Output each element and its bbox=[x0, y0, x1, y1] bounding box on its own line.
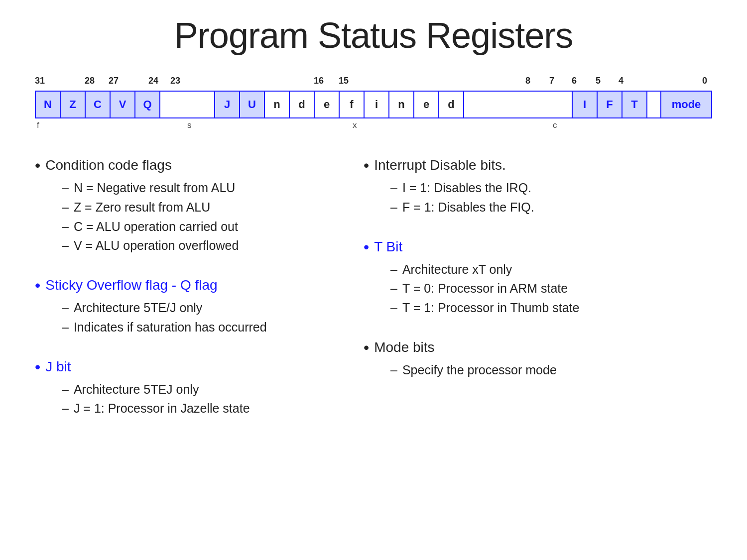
j-sub-items: – Architecture 5TEJ only – J = 1: Proces… bbox=[35, 380, 344, 419]
bit-8: 8 bbox=[525, 76, 530, 86]
bit-15: 15 bbox=[339, 76, 349, 86]
section-condition-label: Condition code flags bbox=[45, 157, 172, 173]
j-item-2: – J = 1: Processor in Jazelle state bbox=[62, 399, 344, 418]
reg-U: U bbox=[240, 92, 265, 117]
section-condition-title: • Condition code flags bbox=[35, 157, 344, 173]
section-mode-label: Mode bits bbox=[374, 339, 434, 355]
reg-n2: n bbox=[389, 92, 414, 117]
reg-F: F bbox=[598, 92, 622, 117]
reg-f1: f bbox=[340, 92, 365, 117]
section-labels: f s x c bbox=[35, 120, 712, 132]
interrupt-sub-items: – I = 1: Disables the IRQ. – F = 1: Disa… bbox=[364, 178, 712, 217]
section-f: f bbox=[37, 120, 39, 130]
bit-5: 5 bbox=[596, 76, 601, 86]
page-title: Program Status Registers bbox=[30, 15, 717, 56]
section-mode-title: • Mode bits bbox=[364, 339, 712, 355]
bit-31: 31 bbox=[35, 76, 45, 86]
reg-n1: n bbox=[265, 92, 290, 117]
sticky-sub-items: – Architecture 5TE/J only – Indicates if… bbox=[35, 298, 344, 337]
section-j-bit: • J bit – Architecture 5TEJ only – J = 1… bbox=[35, 359, 344, 419]
reg-d1: d bbox=[290, 92, 315, 117]
section-j-title: • J bit bbox=[35, 359, 344, 375]
bit-6: 6 bbox=[572, 76, 577, 86]
mode-item-1: – Specify the processor mode bbox=[390, 360, 712, 380]
reg-gap3 bbox=[647, 92, 661, 117]
section-sticky-overflow: • Sticky Overflow flag - Q flag – Archit… bbox=[35, 277, 344, 337]
reg-C: C bbox=[86, 92, 111, 117]
reg-N: N bbox=[36, 92, 61, 117]
section-condition-flags: • Condition code flags – N = Negative re… bbox=[35, 157, 344, 255]
bit-27: 27 bbox=[109, 76, 119, 86]
bit-16: 16 bbox=[314, 76, 324, 86]
bullet-dot-6: • bbox=[364, 339, 369, 355]
bit-4: 4 bbox=[619, 76, 623, 86]
bit-28: 28 bbox=[85, 76, 95, 86]
interrupt-item-F: – F = 1: Disables the FIQ. bbox=[390, 198, 712, 217]
reg-e1: e bbox=[315, 92, 340, 117]
mode-sub-items: – Specify the processor mode bbox=[364, 360, 712, 380]
bit-labels: 31 28 27 24 23 16 15 8 7 6 5 4 0 bbox=[35, 76, 712, 90]
section-s: s bbox=[187, 120, 192, 130]
bit-23: 23 bbox=[170, 76, 180, 86]
condition-item-Z: – Z = Zero result from ALU bbox=[62, 198, 344, 217]
reg-T: T bbox=[622, 92, 647, 117]
bullet-dot-3: • bbox=[35, 359, 40, 375]
section-interrupt-label: Interrupt Disable bits. bbox=[374, 157, 506, 173]
section-mode-bits: • Mode bits – Specify the processor mode bbox=[364, 339, 712, 380]
condition-item-N: – N = Negative result from ALU bbox=[62, 178, 344, 198]
right-column: • Interrupt Disable bits. – I = 1: Disab… bbox=[364, 157, 712, 440]
register-row: N Z C V Q J U n d e f i n e d I F T bbox=[35, 91, 712, 118]
bit-7: 7 bbox=[549, 76, 554, 86]
sticky-item-1: – Architecture 5TE/J only bbox=[62, 298, 344, 318]
reg-V: V bbox=[111, 92, 135, 117]
t-item-3: – T = 1: Processor in Thumb state bbox=[390, 298, 712, 318]
sticky-item-2: – Indicates if saturation has occurred bbox=[62, 318, 344, 337]
bullet-dot: • bbox=[35, 157, 40, 173]
bullet-dot-5: • bbox=[364, 239, 369, 255]
content-area: • Condition code flags – N = Negative re… bbox=[35, 157, 712, 440]
section-c: c bbox=[553, 120, 557, 130]
condition-item-V: – V = ALU operation overflowed bbox=[62, 236, 344, 255]
reg-i1: i bbox=[365, 92, 389, 117]
t-item-2: – T = 0: Processor in ARM state bbox=[390, 279, 712, 298]
bullet-dot-2: • bbox=[35, 277, 40, 293]
section-sticky-label: Sticky Overflow flag - Q flag bbox=[45, 277, 217, 293]
section-t-label: T Bit bbox=[374, 239, 402, 255]
section-j-label: J bit bbox=[45, 359, 71, 375]
section-t-title: • T Bit bbox=[364, 239, 712, 255]
interrupt-item-I: – I = 1: Disables the IRQ. bbox=[390, 178, 712, 198]
reg-I: I bbox=[573, 92, 598, 117]
section-t-bit: • T Bit – Architecture xT only – T = 0: … bbox=[364, 239, 712, 318]
reg-J: J bbox=[215, 92, 240, 117]
reg-Z: Z bbox=[61, 92, 86, 117]
t-item-1: – Architecture xT only bbox=[390, 260, 712, 279]
section-x: x bbox=[353, 120, 357, 130]
bullet-dot-4: • bbox=[364, 157, 369, 173]
reg-mode: mode bbox=[661, 92, 711, 117]
j-item-1: – Architecture 5TEJ only bbox=[62, 380, 344, 399]
section-sticky-title: • Sticky Overflow flag - Q flag bbox=[35, 277, 344, 293]
bit-0: 0 bbox=[702, 76, 707, 86]
page: Program Status Registers 31 28 27 24 23 … bbox=[0, 0, 747, 560]
condition-sub-items: – N = Negative result from ALU – Z = Zer… bbox=[35, 178, 344, 255]
section-interrupt-title: • Interrupt Disable bits. bbox=[364, 157, 712, 173]
reg-e2: e bbox=[414, 92, 439, 117]
reg-d2: d bbox=[439, 92, 464, 117]
reg-gap1 bbox=[160, 92, 215, 117]
reg-Q: Q bbox=[135, 92, 160, 117]
register-diagram: 31 28 27 24 23 16 15 8 7 6 5 4 0 N Z C V… bbox=[35, 76, 712, 132]
left-column: • Condition code flags – N = Negative re… bbox=[35, 157, 364, 440]
bit-24: 24 bbox=[148, 76, 158, 86]
t-sub-items: – Architecture xT only – T = 0: Processo… bbox=[364, 260, 712, 318]
section-interrupt: • Interrupt Disable bits. – I = 1: Disab… bbox=[364, 157, 712, 217]
condition-item-C: – C = ALU operation carried out bbox=[62, 217, 344, 236]
reg-gap2 bbox=[464, 92, 573, 117]
